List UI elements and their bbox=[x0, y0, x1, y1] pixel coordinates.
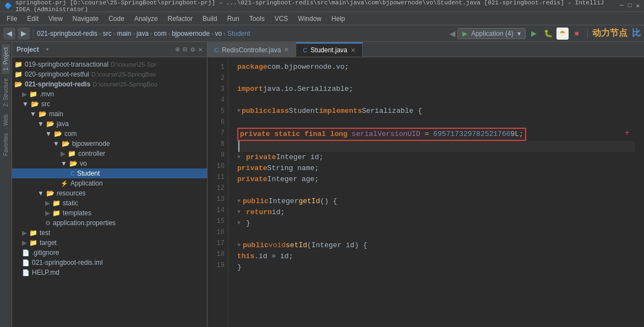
tree-student[interactable]: C Student bbox=[12, 168, 207, 178]
folder-icon: 📁 bbox=[29, 90, 37, 98]
coverage-button[interactable]: ☂ bbox=[556, 28, 569, 40]
nav-arrow-left[interactable]: ◀ bbox=[449, 28, 455, 40]
folder-icon: 📁 bbox=[68, 150, 76, 157]
forward-button[interactable]: ▶ bbox=[18, 28, 30, 40]
collapse-icon: ▼ bbox=[37, 189, 44, 197]
tree-020-project[interactable]: 📁 020-springboot-restful D:\course\25-Sp… bbox=[12, 69, 207, 79]
tree-main[interactable]: ▼ 📂 main bbox=[12, 109, 207, 119]
close-btn[interactable]: ✕ bbox=[636, 2, 640, 9]
tree-target[interactable]: ▶ 📁 target bbox=[12, 238, 207, 248]
menu-code[interactable]: Code bbox=[104, 14, 129, 24]
folder-icon: 📂 bbox=[62, 140, 70, 148]
breadcrumb-project[interactable]: 021-springboot-redis bbox=[37, 30, 97, 37]
collapse-icon: ▼ bbox=[37, 120, 44, 128]
side-tab-structure[interactable]: 2: Structure bbox=[2, 75, 10, 110]
breadcrumb-com[interactable]: com bbox=[154, 30, 167, 37]
fold-icon-9: ▼ bbox=[237, 152, 241, 163]
folder-icon: 📁 bbox=[52, 199, 61, 207]
back-button[interactable]: ◀ bbox=[3, 28, 15, 40]
tree-test[interactable]: ▶ 📁 test bbox=[12, 228, 207, 238]
tab-student[interactable]: C Student.java ✕ bbox=[296, 42, 363, 57]
tree-templates[interactable]: ▶ 📁 templates bbox=[12, 208, 207, 218]
tree-021-project[interactable]: 📂 021-springboot-redis D:\course\25-Spri… bbox=[12, 79, 207, 89]
menu-refactor[interactable]: Refactor bbox=[163, 14, 197, 24]
side-tab-web[interactable]: Web bbox=[2, 111, 10, 129]
close-panel-icon[interactable]: ✕ bbox=[198, 45, 203, 54]
run-button[interactable]: ▶ bbox=[528, 28, 540, 40]
stop-button[interactable]: ■ bbox=[571, 28, 583, 40]
code-line-17: ▼ public void setId(Integer id) { bbox=[237, 240, 635, 251]
menu-window[interactable]: Window bbox=[293, 14, 326, 24]
tree-resources[interactable]: ▼ 📂 resources bbox=[12, 188, 207, 198]
side-tab-project[interactable]: 1: Project bbox=[2, 44, 10, 74]
logo-text2: 比 bbox=[632, 28, 641, 39]
menu-view[interactable]: View bbox=[44, 14, 67, 24]
run-config-name[interactable]: ▶ Application (4) ▾ bbox=[457, 28, 526, 39]
breadcrumb-main[interactable]: main bbox=[117, 30, 131, 37]
menu-vcs[interactable]: VCS bbox=[270, 14, 293, 24]
run-config-dropdown[interactable]: ▾ bbox=[517, 30, 521, 37]
tree-com[interactable]: ▼ 📂 com bbox=[12, 129, 207, 139]
nav-separator bbox=[33, 29, 34, 39]
project-header-icons: ⊕ ⊟ ⚙ ✕ bbox=[176, 45, 203, 54]
maximize-btn[interactable]: □ bbox=[628, 2, 632, 9]
expand-icon: ▶ bbox=[22, 229, 27, 237]
menu-build[interactable]: Build bbox=[198, 14, 222, 24]
editor-area: C RedisController.java ✕ C Student.java … bbox=[208, 42, 644, 327]
settings-icon[interactable]: ⚙ bbox=[190, 45, 195, 54]
tree-iml[interactable]: 📄 021-springboot-redis.iml bbox=[12, 258, 207, 268]
line-numbers: 1 2 3 4 5 6 7 8 9 10 11 12 13 14 15 16 1… bbox=[208, 57, 228, 327]
collapse-icon: ▼ bbox=[61, 160, 67, 167]
props-icon: ⚙ bbox=[45, 220, 51, 227]
tree-gitignore[interactable]: 📄 .gitignore bbox=[12, 248, 207, 258]
project-dropdown[interactable]: ▾ bbox=[46, 46, 50, 53]
logo-text: 动力节点 bbox=[592, 28, 627, 39]
tree-static[interactable]: ▶ 📁 static bbox=[12, 198, 207, 208]
code-line-12 bbox=[237, 185, 635, 196]
code-line-9: ▼ private Integer id; bbox=[237, 152, 635, 163]
breadcrumb-file[interactable]: Student bbox=[227, 30, 250, 37]
collapse-all-icon[interactable]: ⊟ bbox=[183, 45, 188, 54]
tab-close-student[interactable]: ✕ bbox=[351, 47, 356, 54]
tree-019-project[interactable]: 📁 019-springboot-transactional D:\course… bbox=[12, 59, 207, 69]
locate-file-icon[interactable]: ⊕ bbox=[176, 45, 180, 54]
collapse-icon: ▼ bbox=[30, 110, 36, 118]
tree-src[interactable]: ▼ 📂 src bbox=[12, 99, 207, 109]
minimize-btn[interactable]: ─ bbox=[620, 2, 624, 9]
side-tab-favorites[interactable]: Favorites bbox=[2, 130, 10, 159]
tree-bjpowernode[interactable]: ▼ 📂 bjpowernode bbox=[12, 139, 207, 149]
tab-redis-controller[interactable]: C RedisController.java ✕ bbox=[208, 42, 296, 57]
tree-controller[interactable]: ▶ 📁 controller bbox=[12, 149, 207, 159]
debug-button[interactable]: 🐛 bbox=[542, 28, 554, 40]
code-line-2 bbox=[237, 73, 635, 84]
menu-help[interactable]: Help bbox=[327, 14, 350, 24]
tree-mvn[interactable]: ▶ 📁 .mvn bbox=[12, 89, 207, 99]
menu-run[interactable]: Run bbox=[223, 14, 244, 24]
menu-analyze[interactable]: Analyze bbox=[130, 14, 162, 24]
tree-help[interactable]: 📄 HELP.md bbox=[12, 268, 207, 277]
tree-java[interactable]: ▼ 📂 java bbox=[12, 119, 207, 129]
menu-file[interactable]: File bbox=[2, 14, 21, 24]
tree-application[interactable]: ⚡ Application bbox=[12, 178, 207, 188]
breadcrumb-bjpowernode[interactable]: bjpowernode bbox=[172, 30, 210, 37]
nav-bar: ◀ ▶ 021-springboot-redis › src › main › … bbox=[0, 25, 644, 42]
breadcrumb-java[interactable]: java bbox=[137, 30, 149, 37]
project-header: Project ▾ ⊕ ⊟ ⚙ ✕ bbox=[12, 42, 207, 57]
expand-icon: ▶ bbox=[61, 150, 66, 157]
tab-java-icon-2: C bbox=[303, 47, 307, 53]
folder-icon: 📁 bbox=[14, 61, 23, 68]
breadcrumb-vo[interactable]: vo bbox=[215, 30, 222, 37]
tree-app-props[interactable]: ⚙ application.properties bbox=[12, 218, 207, 228]
code-line-14: ▼ return id; bbox=[237, 207, 635, 218]
menu-edit[interactable]: Edit bbox=[23, 14, 43, 24]
tree-vo[interactable]: ▼ 📂 vo bbox=[12, 159, 207, 168]
code-editor[interactable]: package com.bjpowernode.vo; import java.… bbox=[228, 57, 644, 327]
fold-icon-14: ▼ bbox=[237, 207, 241, 218]
menu-navigate[interactable]: Navigate bbox=[68, 14, 103, 24]
code-line-1: package com.bjpowernode.vo; bbox=[237, 62, 635, 73]
code-line-10: private String name; bbox=[237, 163, 635, 174]
tab-close-redis[interactable]: ✕ bbox=[284, 46, 289, 53]
breadcrumb-src[interactable]: src bbox=[103, 30, 112, 37]
fold-icon-5: ▼ bbox=[237, 106, 241, 117]
menu-tools[interactable]: Tools bbox=[245, 14, 269, 24]
